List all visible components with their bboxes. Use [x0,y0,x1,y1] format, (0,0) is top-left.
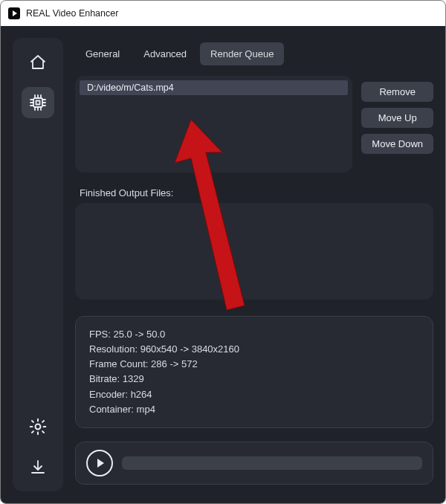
finished-label: Finished Output Files: [75,187,433,198]
queue-item[interactable]: D:/video/m/Cats.mp4 [80,80,348,95]
cpu-icon [29,94,47,112]
play-icon [97,459,104,468]
gear-icon [28,417,48,436]
queue-row: D:/video/m/Cats.mp4 Remove Move Up Move … [75,76,433,172]
finished-list[interactable] [75,203,433,300]
svg-point-14 [36,424,41,430]
play-row [75,442,433,485]
play-button[interactable] [86,450,113,476]
sidebar-processor[interactable] [22,87,54,118]
movedown-button[interactable]: Move Down [361,134,433,154]
titlebar[interactable]: REAL Video Enhancer [1,1,445,26]
progress-bar[interactable] [122,456,422,470]
detail-bitrate: Bitrate: 1329 [89,372,419,387]
details-card: FPS: 25.0 -> 50.0 Resolution: 960x540 ->… [75,316,433,428]
main-content: General Advanced Render Queue D:/video/m… [63,38,445,491]
sidebar-settings[interactable] [22,411,54,442]
svg-rect-1 [36,101,40,105]
app-surface: General Advanced Render Queue D:/video/m… [1,26,445,503]
detail-framecount: Frame Count: 286 -> 572 [89,357,419,372]
tab-advanced[interactable]: Advanced [133,42,197,65]
detail-fps: FPS: 25.0 -> 50.0 [89,327,419,342]
sidebar-home[interactable] [22,47,54,78]
tab-render-queue[interactable]: Render Queue [200,42,284,65]
app-window: REAL Video Enhancer [0,0,446,504]
tab-general[interactable]: General [75,42,130,65]
moveup-button[interactable]: Move Up [361,108,433,128]
detail-container: Container: mp4 [89,402,419,417]
remove-button[interactable]: Remove [361,82,433,102]
tabs: General Advanced Render Queue [75,38,433,65]
sidebar [13,38,63,491]
home-icon [29,54,47,71]
queue-list[interactable]: D:/video/m/Cats.mp4 [75,76,352,172]
sidebar-download[interactable] [22,451,54,482]
app-icon [8,7,20,19]
svg-rect-0 [33,98,42,107]
queue-buttons: Remove Move Up Move Down [361,76,433,172]
detail-encoder: Encoder: h264 [89,387,419,402]
finished-section: Finished Output Files: [75,187,433,300]
download-icon [29,458,47,476]
detail-resolution: Resolution: 960x540 -> 3840x2160 [89,342,419,357]
window-title: REAL Video Enhancer [26,8,118,19]
